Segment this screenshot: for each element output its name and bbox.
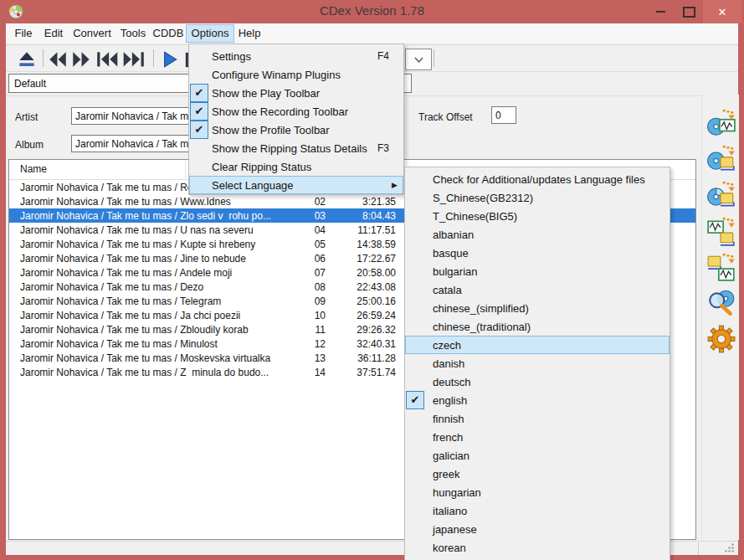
track-start-time: 26:59.24: [326, 310, 396, 321]
menu-bar: FileEditConvertToolsCDDBOptionsHelp: [6, 23, 738, 44]
menu-item-label: hungarian: [433, 486, 670, 499]
settings-button[interactable]: [706, 323, 737, 355]
menu-gutter: [405, 244, 433, 262]
menu-item-english[interactable]: ✔english: [405, 391, 670, 409]
menubar-item-tools[interactable]: Tools: [115, 24, 151, 43]
menu-item-hungarian[interactable]: hungarian: [405, 483, 670, 501]
toolbar-separator: [434, 49, 434, 67]
menu-item-label: bulgarian: [433, 265, 670, 278]
menubar-item-convert[interactable]: Convert: [69, 24, 115, 43]
menu-item-italiano[interactable]: italiano: [405, 501, 670, 520]
play-icon: [158, 49, 180, 70]
menu-item-deutsch[interactable]: deutsch: [405, 372, 670, 391]
menu-gutter: [405, 465, 433, 483]
menu-gutter: [405, 188, 433, 207]
check-icon: ✔: [406, 391, 424, 409]
toolbar-separator: [43, 49, 44, 67]
track-name: Jaromir Nohavica / Tak me tu mas / Dezo: [9, 281, 271, 293]
menu-gutter: [405, 520, 433, 538]
menu-item-label: chinese_(simplified): [433, 302, 670, 315]
fast-forward-button[interactable]: [70, 49, 92, 69]
menu-gutter: [405, 225, 433, 244]
magnifier-cd-icon: [706, 288, 736, 318]
menu-item-czech[interactable]: czech: [405, 336, 670, 354]
menubar-item-help[interactable]: Help: [234, 24, 264, 43]
menu-item-label: S_Chinese(GB2312): [433, 192, 670, 204]
artist-label: Artist: [15, 111, 38, 123]
track-start-time: 29:26.32: [326, 324, 396, 336]
track-number: 02: [271, 196, 326, 208]
menu-item-show-the-ripping-status-details[interactable]: Show the Ripping Status DetailsF3: [189, 139, 403, 157]
menu-item-show-the-recording-toolbar[interactable]: ✔Show the Recording Toolbar: [189, 102, 403, 121]
check-icon: ✔: [190, 84, 208, 102]
extract-partial-track-button[interactable]: [706, 179, 737, 211]
rewind-button[interactable]: [47, 49, 69, 69]
menubar-item-edit[interactable]: Edit: [38, 24, 69, 43]
menu-item-configure-winamp-plugins[interactable]: Configure Winamp Plugins: [189, 65, 403, 84]
previous-track-icon: [95, 49, 120, 70]
play-button[interactable]: [158, 49, 180, 69]
menu-item-select-language[interactable]: Select Language▶: [189, 176, 403, 194]
menu-item-korean[interactable]: korean: [405, 538, 670, 557]
menu-item-albanian[interactable]: albanian: [405, 225, 670, 244]
track-number: 08: [271, 281, 326, 293]
next-track-button[interactable]: [121, 49, 146, 69]
menu-item-show-the-play-toolbar[interactable]: ✔Show the Play Toolbar: [189, 84, 403, 102]
maximize-button[interactable]: [675, 0, 703, 23]
menu-item-galician[interactable]: galician: [405, 446, 670, 465]
track-start-time: 3:21.35: [326, 196, 396, 208]
menu-item-show-the-profile-toolbar[interactable]: ✔Show the Profile Toolbar: [189, 121, 403, 139]
track-start-time: 32:40.31: [326, 338, 396, 350]
menu-item-french[interactable]: french: [405, 428, 670, 446]
menubar-item-file[interactable]: File: [8, 24, 38, 43]
menu-item-check-for-additional-updates-language-files[interactable]: Check for Additional/updates Language fi…: [405, 170, 670, 188]
convert-compressed-to-wav-button[interactable]: [706, 251, 737, 283]
eject-button[interactable]: [16, 49, 38, 69]
menu-item-bulgarian[interactable]: bulgarian: [405, 262, 670, 280]
extract-tracks-to-compressed-button[interactable]: [706, 143, 737, 175]
minimize-button[interactable]: [646, 0, 675, 23]
toolbar-combo-dropdown[interactable]: [405, 49, 432, 70]
track-name: Jaromir Nohavica / Tak me tu mas / Z min…: [9, 367, 271, 378]
menu-item-clear-ripping-status[interactable]: Clear Ripping Status: [189, 157, 403, 176]
menu-item-s-chinese-gb2312[interactable]: S_Chinese(GB2312): [405, 188, 670, 207]
media-file-info-button[interactable]: [706, 287, 737, 319]
track-name: Jaromir Nohavica / Tak me tu mas / Kupte…: [9, 239, 271, 250]
previous-track-button[interactable]: [95, 49, 120, 69]
menu-item-chinese-simplified[interactable]: chinese_(simplified): [405, 299, 670, 317]
menu-item-t-chinese-big5[interactable]: T_Chinese(BIG5): [405, 207, 670, 225]
menu-item-label: finnish: [433, 413, 670, 425]
menu-gutter: [405, 170, 433, 188]
title-bar[interactable]: CDex Version 1.78 ✕: [0, 0, 744, 23]
track-name: Jaromir Nohavica / Tak me tu mas / Minul…: [9, 338, 271, 350]
menu-gutter: [405, 446, 433, 465]
fast-forward-icon: [70, 49, 92, 70]
column-divider: [185, 160, 186, 179]
column-header-name: Name: [20, 163, 47, 175]
menu-gutter: [405, 538, 433, 557]
menu-item-label: french: [433, 431, 670, 444]
track-offset-field[interactable]: [491, 106, 516, 124]
convert-wav-to-compressed-button[interactable]: [706, 215, 737, 247]
extract-tracks-to-wav-button[interactable]: [706, 107, 737, 139]
options-menu: SettingsF4Configure Winamp Plugins✔Show …: [188, 44, 404, 195]
menubar-item-cddb[interactable]: CDDB: [151, 24, 186, 43]
menu-item-label: greek: [433, 468, 670, 480]
menu-gutter: [405, 280, 433, 299]
close-button[interactable]: ✕: [703, 0, 741, 23]
menu-item-catala[interactable]: catala: [405, 280, 670, 299]
menu-item-japanese[interactable]: japanese: [405, 520, 670, 538]
menubar-item-options[interactable]: Options: [186, 24, 234, 43]
menu-item-chinese-traditional[interactable]: chinese_(traditional): [405, 317, 670, 336]
menu-item-label: deutsch: [433, 376, 670, 388]
menu-item-settings[interactable]: SettingsF4: [189, 47, 403, 65]
menu-item-basque[interactable]: basque: [405, 244, 670, 262]
wav-to-file-icon: [706, 216, 736, 246]
checkmark-box: ✔: [405, 391, 433, 409]
menu-item-finnish[interactable]: finnish: [405, 409, 670, 428]
menu-item-danish[interactable]: danish: [405, 354, 670, 372]
resize-grip-icon[interactable]: [724, 542, 735, 553]
menu-item-greek[interactable]: greek: [405, 465, 670, 483]
track-name: Jaromir Nohavica / Tak me tu mas / Teleg…: [9, 295, 271, 307]
track-name: Jaromir Nohavica / Tak me tu mas / U nas…: [9, 224, 271, 236]
